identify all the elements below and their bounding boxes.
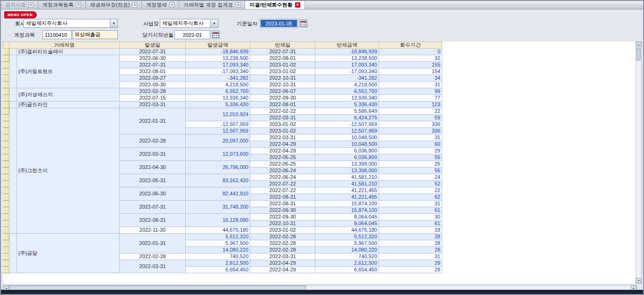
- occur-date-cell[interactable]: 2022-03-31: [120, 260, 186, 273]
- settle-amount-cell[interactable]: -12,507,959: [315, 121, 379, 128]
- row-selector[interactable]: [3, 214, 9, 220]
- settle-date-cell[interactable]: 2023-01-02: [250, 121, 315, 128]
- settle-date-cell[interactable]: 2022-04-29: [250, 141, 315, 148]
- row-selector[interactable]: [3, 168, 9, 174]
- occur-amount-cell[interactable]: 12,073,600: [186, 148, 250, 161]
- row-selector[interactable]: [3, 68, 9, 75]
- settle-date-cell[interactable]: 2022-02-28: [250, 247, 315, 253]
- occur-amount-cell[interactable]: 82,442,910: [186, 187, 250, 201]
- period-cell[interactable]: 29: [379, 148, 442, 154]
- period-cell[interactable]: 0: [379, 49, 442, 55]
- occur-date-cell[interactable]: 2022-08-01: [120, 68, 186, 75]
- settle-date-cell[interactable]: 2022-06-07: [250, 88, 315, 95]
- settle-amount-cell[interactable]: -341,282: [315, 75, 379, 82]
- row-selector[interactable]: [3, 194, 9, 201]
- settle-amount-cell[interactable]: 6,654,450: [315, 267, 379, 273]
- occur-date-cell[interactable]: 2022-07-31: [120, 62, 186, 68]
- row-selector[interactable]: [3, 82, 9, 88]
- settle-date-cell[interactable]: 2022-09-30: [250, 214, 315, 220]
- settle-amount-cell[interactable]: 6,424,275: [315, 115, 379, 121]
- period-cell[interactable]: 154: [379, 68, 442, 75]
- occur-amount-cell[interactable]: 6,654,450: [186, 267, 250, 273]
- period-cell[interactable]: 22: [379, 108, 442, 115]
- settle-amount-cell[interactable]: 4,218,500: [315, 82, 379, 88]
- period-cell[interactable]: 28: [379, 234, 442, 240]
- occur-amount-cell[interactable]: 20,097,000: [186, 135, 250, 148]
- row-selector[interactable]: [3, 247, 9, 253]
- occur-amount-cell[interactable]: 14,080,220: [186, 247, 250, 253]
- row-selector[interactable]: [3, 141, 9, 148]
- row-selector[interactable]: [3, 234, 9, 240]
- settle-date-cell[interactable]: 2022-05-25: [250, 154, 315, 161]
- occur-amount-cell[interactable]: 740,520: [186, 253, 250, 260]
- settle-amount-cell[interactable]: 41,221,455: [315, 194, 379, 201]
- tab-close-icon[interactable]: ×: [76, 2, 81, 8]
- period-cell[interactable]: 29: [379, 260, 442, 267]
- period-cell[interactable]: 30: [379, 214, 442, 220]
- settle-amount-cell[interactable]: 41,581,210: [315, 181, 379, 187]
- row-selector[interactable]: [3, 88, 9, 95]
- settle-date-cell[interactable]: 2023-01-02: [250, 62, 315, 68]
- settle-date-cell[interactable]: 2023-01-02: [250, 128, 315, 135]
- settle-amount-cell[interactable]: 41,581,210: [315, 174, 379, 181]
- period-cell[interactable]: 123: [379, 101, 442, 108]
- settle-date-cell[interactable]: 2022-04-29: [250, 148, 315, 154]
- settle-amount-cell[interactable]: 6,552,700: [315, 88, 379, 95]
- settle-date-cell[interactable]: 2023-01-02: [250, 68, 315, 75]
- tab-close-icon[interactable]: ×: [235, 2, 240, 8]
- settle-date-cell[interactable]: 2022-07-22: [250, 187, 315, 194]
- occur-amount-cell[interactable]: -18,846,939: [186, 49, 250, 55]
- occur-amount-cell[interactable]: 5,336,430: [186, 101, 250, 108]
- occur-date-cell[interactable]: 2022-02-28: [120, 135, 186, 148]
- period-cell[interactable]: 99: [379, 88, 442, 95]
- occur-amount-cell[interactable]: 31,748,200: [186, 201, 250, 214]
- chevron-down-icon[interactable]: ▼: [110, 19, 117, 27]
- occur-date-cell[interactable]: 2022-07-31: [120, 49, 186, 55]
- occur-amount-cell[interactable]: -17,093,340: [186, 68, 250, 75]
- customer-cell[interactable]: (주)금담: [17, 234, 120, 273]
- row-selector[interactable]: [3, 121, 9, 128]
- settle-amount-cell[interactable]: 10,048,500: [315, 135, 379, 141]
- settle-date-cell[interactable]: 2022-04-29: [250, 260, 315, 267]
- tab-close-icon[interactable]: ×: [295, 2, 300, 8]
- settle-amount-cell[interactable]: 5,967,500: [315, 240, 379, 247]
- row-selector[interactable]: [3, 181, 9, 187]
- period-cell[interactable]: 28: [379, 247, 442, 253]
- settle-amount-cell[interactable]: 8,064,045: [315, 220, 379, 227]
- period-cell[interactable]: 155: [379, 62, 442, 68]
- occur-date-cell[interactable]: 2022-06-30: [120, 187, 186, 201]
- occur-amount-cell[interactable]: 12,010,924: [186, 108, 250, 121]
- period-cell[interactable]: 24: [379, 174, 442, 181]
- customer-cell[interactable]: (주)갤러리드솔레이: [17, 49, 120, 55]
- period-cell[interactable]: 77: [379, 95, 442, 101]
- period-cell[interactable]: 22: [379, 187, 442, 194]
- occur-amount-cell[interactable]: 6,552,700: [186, 88, 250, 95]
- occur-date-cell[interactable]: 2022-08-31: [120, 214, 186, 227]
- tab-5[interactable]: 미결/반제회수현황×: [245, 1, 305, 9]
- row-selector[interactable]: [3, 75, 9, 82]
- occur-date-cell[interactable]: 2022-04-30: [120, 161, 186, 174]
- occur-amount-cell[interactable]: 12,507,959: [186, 128, 250, 135]
- period-cell[interactable]: 61: [379, 220, 442, 227]
- period-cell[interactable]: 29: [379, 267, 442, 273]
- chevron-down-icon[interactable]: ▼: [210, 19, 218, 27]
- tab-close-icon[interactable]: ×: [28, 2, 33, 8]
- account-code-input[interactable]: 11100410: [42, 30, 72, 39]
- settle-date-cell[interactable]: 2022-03-31: [250, 253, 315, 260]
- settle-date-cell[interactable]: 2022-10-31: [250, 220, 315, 227]
- tab-0[interactable]: 공지사항×: [1, 1, 38, 9]
- period-cell[interactable]: 60: [379, 141, 442, 148]
- row-selector[interactable]: [3, 128, 9, 135]
- site-select[interactable]: 제일제지주식회사 ▼: [160, 19, 218, 28]
- occur-date-cell[interactable]: 2022-05-31: [120, 174, 186, 187]
- occur-date-cell[interactable]: 2022-02-28: [120, 253, 186, 260]
- period-cell[interactable]: 31: [379, 82, 442, 88]
- settle-date-cell[interactable]: 2022-08-31: [250, 201, 315, 207]
- row-selector[interactable]: [3, 187, 9, 194]
- settle-date-cell[interactable]: 2022-10-31: [250, 82, 315, 88]
- base-date-input[interactable]: 2023-01-05: [260, 19, 298, 28]
- row-selector[interactable]: [3, 240, 9, 247]
- row-selector[interactable]: [3, 207, 9, 214]
- occur-date-cell[interactable]: 2022-07-15: [120, 95, 186, 101]
- period-cell[interactable]: 62: [379, 194, 442, 201]
